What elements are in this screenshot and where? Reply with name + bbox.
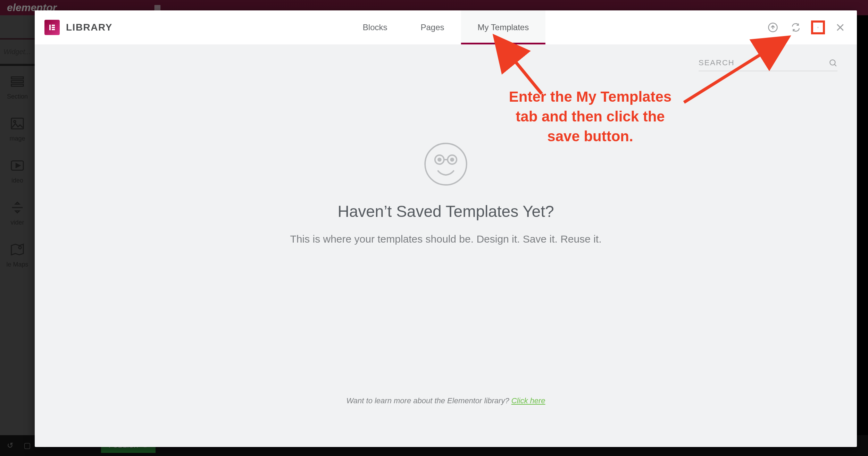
svg-point-14: [425, 143, 467, 185]
svg-point-13: [830, 60, 835, 65]
search-input[interactable]: [699, 58, 828, 67]
nerd-face-icon: [423, 142, 468, 187]
elementor-logo-icon: [44, 20, 60, 35]
search-icon: [828, 58, 837, 67]
empty-subtitle: This is where your templates should be. …: [290, 233, 601, 245]
tab-label: My Templates: [478, 23, 529, 32]
close-icon[interactable]: [833, 20, 847, 34]
tab-my-templates[interactable]: My Templates: [461, 10, 546, 44]
learn-more-link[interactable]: Click here: [511, 396, 545, 405]
tab-pages[interactable]: Pages: [404, 10, 461, 44]
tab-label: Pages: [421, 23, 444, 32]
save-icon[interactable]: [811, 20, 825, 34]
library-search: [699, 58, 837, 71]
svg-point-17: [438, 158, 441, 161]
sync-icon[interactable]: [789, 20, 803, 34]
svg-point-18: [451, 158, 453, 161]
library-title: LIBRARY: [66, 22, 112, 33]
library-header: LIBRARY Blocks Pages My Templates: [35, 10, 857, 44]
empty-state: Haven’t Saved Templates Yet? This is whe…: [35, 142, 857, 245]
svg-rect-10: [52, 29, 55, 30]
empty-title: Haven’t Saved Templates Yet?: [337, 202, 554, 221]
tab-blocks[interactable]: Blocks: [346, 10, 404, 44]
svg-rect-9: [52, 27, 55, 28]
svg-rect-12: [818, 27, 818, 28]
svg-rect-7: [49, 25, 51, 30]
annotation-text: Enter the My Templates tab and then clic…: [505, 87, 675, 146]
learn-more-row: Want to learn more about the Elementor l…: [35, 396, 857, 405]
upload-icon[interactable]: [766, 20, 780, 34]
svg-rect-8: [52, 25, 55, 26]
library-header-actions: [766, 20, 847, 34]
library-body: Haven’t Saved Templates Yet? This is whe…: [35, 44, 857, 447]
learn-prefix: Want to learn more about the Elementor l…: [346, 396, 511, 405]
library-modal: LIBRARY Blocks Pages My Templates: [35, 10, 857, 447]
library-logo-wrap: LIBRARY: [44, 20, 112, 35]
tab-label: Blocks: [363, 23, 387, 32]
library-tabs: Blocks Pages My Templates: [346, 10, 545, 44]
